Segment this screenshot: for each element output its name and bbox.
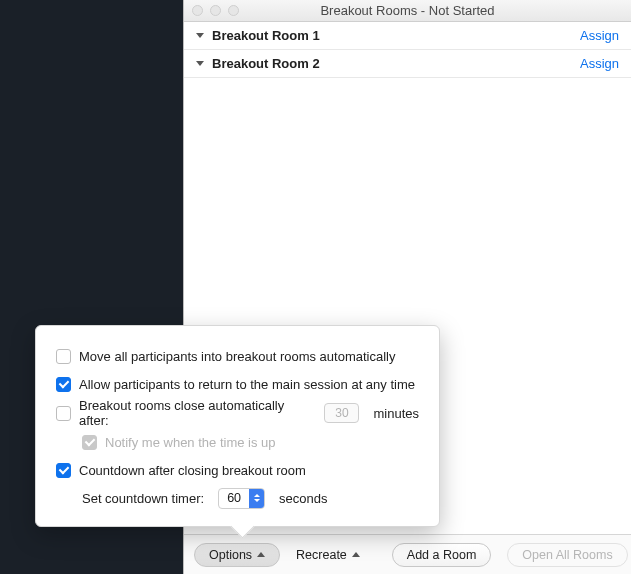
checkbox[interactable] bbox=[56, 377, 71, 392]
room-name: Breakout Room 2 bbox=[212, 56, 580, 71]
options-button[interactable]: Options bbox=[194, 543, 280, 567]
stepper-arrows-icon bbox=[249, 489, 264, 508]
option-label: Breakout rooms close automatically after… bbox=[79, 398, 310, 428]
option-label: Move all participants into breakout room… bbox=[79, 349, 395, 364]
assign-link[interactable]: Assign bbox=[580, 28, 619, 43]
option-allow-return[interactable]: Allow participants to return to the main… bbox=[56, 370, 419, 398]
room-row[interactable]: Breakout Room 1 Assign bbox=[184, 22, 631, 50]
countdown-value: 60 bbox=[219, 491, 249, 505]
checkbox bbox=[82, 435, 97, 450]
option-label: Countdown after closing breakout room bbox=[79, 463, 306, 478]
disclosure-triangle-icon bbox=[196, 33, 204, 38]
options-popover: Move all participants into breakout room… bbox=[35, 325, 440, 527]
option-countdown-timer: Set countdown timer: 60 seconds bbox=[56, 484, 419, 512]
zoom-window-button[interactable] bbox=[228, 5, 239, 16]
chevron-up-icon bbox=[352, 552, 360, 557]
option-label: Notify me when the time is up bbox=[105, 435, 276, 450]
checkbox[interactable] bbox=[56, 406, 71, 421]
recreate-label: Recreate bbox=[296, 548, 347, 562]
option-move-auto[interactable]: Move all participants into breakout room… bbox=[56, 342, 419, 370]
countdown-seconds-select[interactable]: 60 bbox=[218, 488, 265, 509]
unit-label: seconds bbox=[279, 491, 327, 506]
checkbox[interactable] bbox=[56, 349, 71, 364]
options-label: Options bbox=[209, 548, 252, 562]
add-room-label: Add a Room bbox=[407, 548, 476, 562]
close-window-button[interactable] bbox=[192, 5, 203, 16]
minimize-window-button[interactable] bbox=[210, 5, 221, 16]
footer-toolbar: Options Recreate Add a Room Open All Roo… bbox=[184, 534, 631, 574]
room-name: Breakout Room 1 bbox=[212, 28, 580, 43]
open-all-rooms-button: Open All Rooms bbox=[507, 543, 627, 567]
room-row[interactable]: Breakout Room 2 Assign bbox=[184, 50, 631, 78]
auto-close-minutes-input[interactable]: 30 bbox=[324, 403, 359, 423]
open-all-rooms-label: Open All Rooms bbox=[522, 548, 612, 562]
option-auto-close[interactable]: Breakout rooms close automatically after… bbox=[56, 398, 419, 428]
titlebar: Breakout Rooms - Not Started bbox=[184, 0, 631, 22]
add-room-button[interactable]: Add a Room bbox=[392, 543, 491, 567]
unit-label: minutes bbox=[373, 406, 419, 421]
option-label: Allow participants to return to the main… bbox=[79, 377, 415, 392]
recreate-button[interactable]: Recreate bbox=[296, 548, 360, 562]
option-notify: Notify me when the time is up bbox=[56, 428, 419, 456]
assign-link[interactable]: Assign bbox=[580, 56, 619, 71]
checkbox[interactable] bbox=[56, 463, 71, 478]
countdown-prefix-label: Set countdown timer: bbox=[82, 491, 204, 506]
option-countdown[interactable]: Countdown after closing breakout room bbox=[56, 456, 419, 484]
window-title: Breakout Rooms - Not Started bbox=[184, 3, 631, 18]
chevron-up-icon bbox=[257, 552, 265, 557]
window-controls bbox=[184, 5, 239, 16]
disclosure-triangle-icon bbox=[196, 61, 204, 66]
